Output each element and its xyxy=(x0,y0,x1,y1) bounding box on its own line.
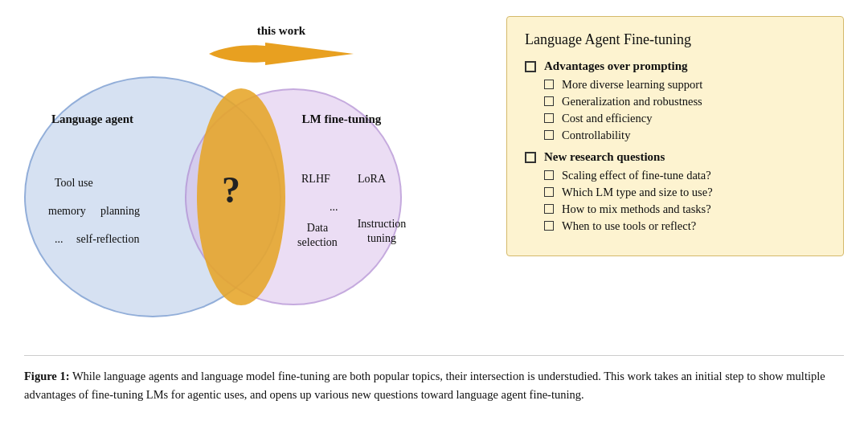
sub-checkbox-icon xyxy=(544,96,554,106)
section2-item-1: Scaling effect of fine-tune data? xyxy=(525,169,825,182)
section1-item-2: Generalization and robustness xyxy=(525,95,825,108)
right-item-data-selection: Dataselection xyxy=(293,221,342,250)
section1-item-4-label: Controllability xyxy=(562,129,630,142)
section2-item-3: How to mix methods and tasks? xyxy=(525,202,825,216)
left-circle-label: Language agent xyxy=(48,112,137,126)
section2-header: New research questions xyxy=(525,150,825,164)
left-item-ellipsis: ... xyxy=(55,233,63,246)
section1-item-1-label: More diverse learning support xyxy=(562,78,702,92)
figure-caption: Figure 1: While language agents and lang… xyxy=(24,355,844,404)
section1-item-3: Cost and efficiency xyxy=(525,112,825,125)
right-panel: Language Agent Fine-tuning Advantages ov… xyxy=(506,16,844,256)
right-item-instruction-tuning: Instructiontuning xyxy=(354,217,410,246)
section-research-questions: New research questions Scaling effect of… xyxy=(525,150,825,233)
section1-item-2-label: Generalization and robustness xyxy=(562,95,702,108)
section1-header-label: Advantages over prompting xyxy=(544,59,688,73)
left-item-self-reflection: self-reflection xyxy=(76,233,140,246)
section1-item-3-label: Cost and efficiency xyxy=(562,112,652,125)
section2-header-label: New research questions xyxy=(544,150,665,164)
arrow-label: this work xyxy=(257,24,305,38)
sub-checkbox-icon xyxy=(544,204,554,214)
section-advantages: Advantages over prompting More diverse l… xyxy=(525,59,825,142)
venn-diagram-area: this work Language agent LM fine-tuning … xyxy=(24,16,482,337)
sub-checkbox-icon xyxy=(544,113,554,123)
section1-header: Advantages over prompting xyxy=(525,59,825,73)
sub-checkbox-icon xyxy=(544,187,554,197)
sub-checkbox-icon xyxy=(544,130,554,140)
section2-item-4: When to use tools or reflect? xyxy=(525,219,825,233)
section2-checkbox-icon xyxy=(525,152,536,163)
section2-item-4-label: When to use tools or reflect? xyxy=(562,219,696,233)
section2-item-2-label: Which LM type and size to use? xyxy=(562,186,713,199)
sub-checkbox-icon xyxy=(544,170,554,180)
panel-title: Language Agent Fine-tuning xyxy=(525,31,825,48)
right-circle-label: LM fine-tuning xyxy=(297,112,386,126)
arrow-container: this work xyxy=(201,24,362,68)
section1-checkbox-icon xyxy=(525,61,536,72)
intersection-area xyxy=(197,88,285,305)
sub-checkbox-icon xyxy=(544,221,554,231)
left-item-memory: memory xyxy=(48,205,86,218)
caption-text: While language agents and language model… xyxy=(24,370,825,401)
venn-circles: Language agent LM fine-tuning ? Tool use… xyxy=(24,60,474,333)
left-item-tool-use: Tool use xyxy=(55,177,93,190)
section1-item-1: More diverse learning support xyxy=(525,78,825,92)
intersection-symbol: ? xyxy=(222,169,240,211)
section2-item-1-label: Scaling effect of fine-tune data? xyxy=(562,169,711,182)
right-item-rlhf: RLHF xyxy=(301,173,330,186)
arrow-svg xyxy=(201,39,362,68)
sub-checkbox-icon xyxy=(544,80,554,89)
section2-item-2: Which LM type and size to use? xyxy=(525,186,825,199)
right-item-ellipsis: ... xyxy=(330,201,338,214)
right-item-lora: LoRA xyxy=(358,173,386,186)
main-content: this work Language agent LM fine-tuning … xyxy=(24,16,844,337)
left-item-planning: planning xyxy=(100,205,140,218)
section2-item-3-label: How to mix methods and tasks? xyxy=(562,202,711,216)
figure-label: Figure 1: xyxy=(24,370,70,382)
section1-item-4: Controllability xyxy=(525,129,825,142)
